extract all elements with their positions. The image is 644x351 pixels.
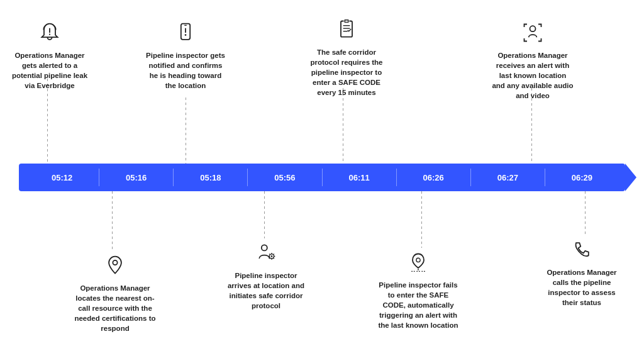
svg-point-12 xyxy=(262,245,267,250)
svg-line-22 xyxy=(274,254,274,255)
phone-call-icon xyxy=(568,236,596,264)
svg-point-14 xyxy=(271,255,273,257)
top-item-0627: Operations Manager receives an alert wit… xyxy=(492,19,574,101)
top-text-0611: The safe corridor protocol requires the … xyxy=(306,47,387,98)
dot-line-bot-5 xyxy=(421,191,422,248)
location-pin-icon xyxy=(101,252,129,279)
time-0626: 06:26 xyxy=(397,173,470,182)
svg-point-1 xyxy=(49,34,50,35)
bottom-item-0626: Pipeline inspector fails to enter the SA… xyxy=(377,248,459,330)
bottom-item-0556: Pipeline inspector arrives at location a… xyxy=(225,239,307,311)
bottom-text-0516: Operations Manager locates the nearest o… xyxy=(74,283,156,333)
checklist-icon xyxy=(333,16,360,43)
bottom-item-0516: Operations Manager locates the nearest o… xyxy=(74,252,156,333)
time-0629: 06:29 xyxy=(545,173,619,182)
alarm-icon xyxy=(36,19,64,47)
timeline-row: 05:12 05:16 05:18 05:56 06:11 06:26 06:2… xyxy=(19,164,625,191)
dot-line-top-4 xyxy=(343,88,343,164)
svg-point-23 xyxy=(416,258,420,262)
dot-line-bot-1 xyxy=(112,191,113,251)
time-0627: 06:27 xyxy=(471,173,545,182)
bottom-text-0626: Pipeline inspector fails to enter the SA… xyxy=(377,280,459,330)
phone-alert-icon xyxy=(172,19,199,47)
dot-line-bot-3 xyxy=(264,191,265,238)
time-0611: 06:11 xyxy=(323,173,396,182)
svg-point-10 xyxy=(530,26,536,31)
top-item-0518: Pipeline inspector gets notified and con… xyxy=(145,19,226,91)
dot-line-top-0 xyxy=(47,79,48,164)
svg-line-21 xyxy=(269,258,270,259)
location-dashed-icon xyxy=(404,248,432,276)
dot-line-top-2 xyxy=(186,98,186,164)
top-item-0611: The safe corridor protocol requires the … xyxy=(306,16,387,98)
time-0516: 05:16 xyxy=(99,173,173,182)
top-text-0518: Pipeline inspector gets notified and con… xyxy=(145,50,226,91)
time-0512: 05:12 xyxy=(25,173,99,182)
bottom-item-0629: Operations Manager calls the pipeline in… xyxy=(541,236,623,308)
time-0556: 05:56 xyxy=(248,173,321,182)
diagram-container: 05:12 05:16 05:18 05:56 06:11 06:26 06:2… xyxy=(0,0,644,351)
svg-point-4 xyxy=(185,34,187,36)
person-scan-icon xyxy=(519,19,547,47)
dot-line-bot-7 xyxy=(585,191,586,235)
person-gear-icon xyxy=(252,239,280,267)
timeline-bar: 05:12 05:16 05:18 05:56 06:11 06:26 06:2… xyxy=(19,164,625,191)
bottom-text-0629: Operations Manager calls the pipeline in… xyxy=(541,267,623,308)
top-item-0512: Operations Manager gets alerted to a pot… xyxy=(9,19,91,91)
svg-line-19 xyxy=(269,254,270,255)
svg-point-11 xyxy=(113,260,117,265)
svg-line-20 xyxy=(274,258,274,259)
top-text-0627: Operations Manager receives an alert wit… xyxy=(492,50,574,101)
top-text-0512: Operations Manager gets alerted to a pot… xyxy=(9,50,91,91)
bottom-text-0556: Pipeline inspector arrives at location a… xyxy=(225,270,307,311)
time-0518: 05:18 xyxy=(174,173,247,182)
